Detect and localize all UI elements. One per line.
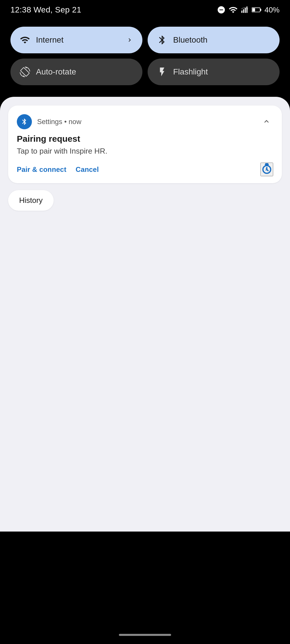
tile-internet[interactable]: Internet [10,27,142,53]
status-bar: 12:38 Wed, Sep 21 40% [0,0,290,18]
wifi-tile-icon [20,35,30,45]
chevron-up-icon [262,117,271,126]
battery-percentage: 40% [264,6,280,14]
app-time: now [68,118,81,125]
app-dot: • [64,118,66,125]
dnd-icon [217,6,226,14]
tile-autorotate[interactable]: Auto-rotate [10,59,142,85]
bluetooth-tile-icon [157,35,167,45]
notification-panel: Settings • now Pairing request Tap to pa… [0,97,290,532]
home-indicator [119,634,171,636]
svg-rect-1 [243,9,244,13]
history-button[interactable]: History [8,190,54,211]
svg-rect-2 [245,8,246,13]
status-icons: 40% [217,5,280,14]
notification-app-icon [17,114,32,129]
tile-flashlight[interactable]: Flashlight [148,59,280,85]
quick-settings-panel: Internet Bluetooth Auto-rotate Flashligh… [0,18,290,94]
notification-app-name: Settings • now [37,118,81,126]
svg-rect-0 [241,10,242,13]
wifi-icon [229,5,238,14]
svg-rect-3 [246,6,248,13]
battery-icon [252,6,262,14]
flashlight-tile-icon [157,67,167,77]
status-time: 12:38 Wed, Sep 21 [10,5,81,14]
snooze-button[interactable]: Z [260,163,273,176]
tile-bluetooth[interactable]: Bluetooth [148,27,280,53]
tile-bluetooth-label: Bluetooth [173,35,207,45]
tile-internet-label: Internet [36,35,64,45]
notification-header: Settings • now [17,114,273,129]
notification-expand-button[interactable] [260,115,273,129]
notification-card[interactable]: Settings • now Pairing request Tap to pa… [8,105,282,183]
snooze-icon: Z [261,163,273,175]
svg-rect-6 [252,8,255,12]
tile-flashlight-label: Flashlight [173,67,208,77]
notification-actions: Pair & connect Cancel Z [17,163,273,176]
svg-rect-5 [260,9,261,11]
cancel-button[interactable]: Cancel [76,164,99,175]
notification-body: Tap to pair with Inspire HR. [17,147,273,156]
chevron-right-icon [126,37,133,43]
autorotate-tile-icon [20,67,30,77]
pair-connect-button[interactable]: Pair & connect [17,164,66,175]
bluetooth-notif-icon [21,118,28,125]
app-name-text: Settings [37,118,62,125]
notification-title: Pairing request [17,134,273,144]
signal-icon [241,6,249,14]
svg-text:Z: Z [265,167,267,171]
tile-autorotate-label: Auto-rotate [36,67,76,77]
notification-source: Settings • now [17,114,81,129]
